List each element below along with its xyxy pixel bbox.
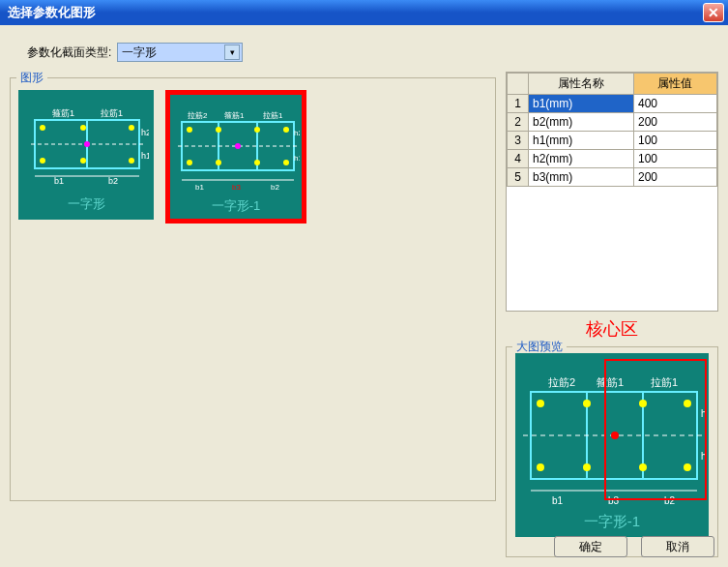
svg-text:b2: b2 bbox=[108, 176, 118, 186]
svg-point-26 bbox=[187, 160, 192, 165]
svg-text:h2: h2 bbox=[141, 128, 149, 137]
chevron-down-icon: ▾ bbox=[224, 45, 240, 60]
preview-caption: 一字形-1 bbox=[515, 513, 709, 531]
table-row[interactable]: 5 b3(mm) 200 bbox=[508, 168, 717, 187]
svg-point-47 bbox=[583, 400, 591, 407]
core-zone-rect bbox=[604, 359, 707, 500]
svg-point-27 bbox=[216, 160, 221, 165]
shapes-legend: 图形 bbox=[16, 70, 47, 86]
svg-text:箍筋1: 箍筋1 bbox=[52, 108, 74, 118]
svg-point-3 bbox=[40, 125, 45, 131]
title-bar: 选择参数化图形 ✕ bbox=[0, 0, 728, 25]
col-value-header: 属性值 bbox=[633, 74, 716, 95]
svg-text:拉筋1: 拉筋1 bbox=[101, 108, 123, 118]
section-type-combo[interactable]: 一字形 ▾ bbox=[117, 43, 243, 62]
svg-text:拉筋2: 拉筋2 bbox=[548, 376, 575, 388]
shapes-fieldset: 图形 箍筋1 拉筋1 b1 bbox=[10, 77, 496, 501]
svg-point-29 bbox=[283, 160, 289, 165]
preview-diagram: 拉筋2 箍筋1 拉筋1 h h b1 b3 b2 一字形-1 bbox=[515, 353, 709, 537]
svg-text:箍筋1: 箍筋1 bbox=[224, 111, 245, 120]
svg-point-7 bbox=[80, 158, 86, 164]
table-row[interactable]: 4 h2(mm) 100 bbox=[508, 150, 717, 168]
table-corner bbox=[508, 74, 529, 95]
svg-text:b2: b2 bbox=[271, 183, 279, 192]
close-button[interactable]: ✕ bbox=[703, 3, 724, 22]
svg-text:拉筋1: 拉筋1 bbox=[263, 111, 283, 120]
shape-thumb-1-label: 一字形 bbox=[25, 195, 147, 213]
svg-point-51 bbox=[583, 463, 591, 471]
section-type-label: 参数化截面类型: bbox=[27, 45, 111, 61]
core-zone-label: 核心区 bbox=[506, 317, 718, 341]
svg-text:b3: b3 bbox=[232, 183, 241, 192]
cancel-button[interactable]: 取消 bbox=[641, 536, 714, 557]
col-name-header: 属性名称 bbox=[529, 74, 634, 95]
table-row[interactable]: 1 b1(mm) 400 bbox=[508, 95, 717, 113]
svg-text:h1: h1 bbox=[294, 154, 300, 163]
svg-point-30 bbox=[235, 143, 241, 149]
svg-point-28 bbox=[254, 160, 260, 165]
section-type-value: 一字形 bbox=[122, 45, 157, 61]
svg-point-25 bbox=[283, 127, 289, 133]
svg-text:h1: h1 bbox=[141, 151, 149, 161]
svg-point-22 bbox=[187, 127, 192, 133]
svg-text:拉筋2: 拉筋2 bbox=[188, 111, 208, 120]
svg-point-8 bbox=[129, 158, 134, 164]
svg-point-4 bbox=[80, 125, 86, 131]
close-icon: ✕ bbox=[708, 5, 719, 20]
shape-thumb-2-label: 一字形-1 bbox=[174, 197, 298, 215]
shape-thumb-1[interactable]: 箍筋1 拉筋1 b1 b2 h2 h1 一字形 bbox=[18, 90, 154, 220]
preview-fieldset: 大图预览 拉筋2 箍筋1 拉筋1 h h bbox=[506, 346, 718, 557]
svg-point-5 bbox=[129, 125, 134, 131]
window-title: 选择参数化图形 bbox=[8, 4, 96, 21]
svg-point-6 bbox=[40, 158, 45, 164]
property-panel: 属性名称 属性值 1 b1(mm) 400 2 b2(mm) 200 3 bbox=[506, 72, 718, 312]
svg-point-23 bbox=[216, 127, 221, 133]
svg-text:h2: h2 bbox=[294, 129, 300, 137]
svg-text:b1: b1 bbox=[552, 495, 564, 506]
property-table[interactable]: 属性名称 属性值 1 b1(mm) 400 2 b2(mm) 200 3 bbox=[507, 73, 717, 187]
svg-point-50 bbox=[537, 463, 544, 471]
svg-point-46 bbox=[537, 400, 544, 407]
svg-point-9 bbox=[84, 141, 90, 147]
ok-button[interactable]: 确定 bbox=[554, 536, 627, 557]
svg-point-24 bbox=[254, 127, 260, 133]
svg-text:b1: b1 bbox=[54, 176, 64, 186]
svg-text:b1: b1 bbox=[195, 183, 204, 192]
table-row[interactable]: 3 h1(mm) 100 bbox=[508, 132, 717, 150]
table-row[interactable]: 2 b2(mm) 200 bbox=[508, 113, 717, 132]
shape-thumb-2[interactable]: 拉筋2 箍筋1 拉筋1 h2 h1 b1 b3 b2 一字形-1 bbox=[165, 90, 306, 224]
